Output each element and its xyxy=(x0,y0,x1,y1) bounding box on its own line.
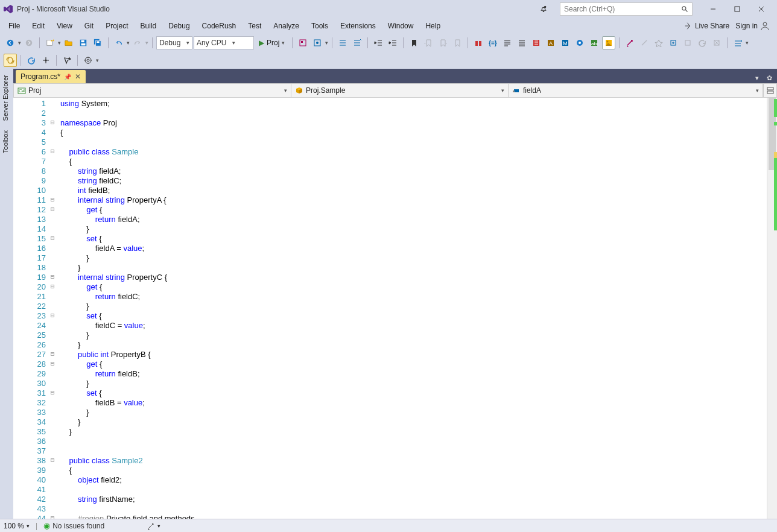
undo-button[interactable] xyxy=(112,36,125,49)
menu-help[interactable]: Help xyxy=(419,20,446,32)
cr-icon-13[interactable] xyxy=(652,36,665,49)
nav-member-label: fieldA xyxy=(523,86,541,95)
cr-icon-1[interactable] xyxy=(472,36,485,49)
menu-coderush[interactable]: CodeRush xyxy=(196,20,243,32)
side-tab-toolbox[interactable]: Toolbox xyxy=(0,127,11,157)
comment-out-button[interactable] xyxy=(336,36,349,49)
error-status[interactable]: ◉ No issues found xyxy=(43,521,104,530)
document-tab-well: Program.cs* 📌 ✕ ▾ ✿ xyxy=(13,69,777,83)
search-box[interactable] xyxy=(560,2,693,16)
tool-icon-1[interactable] xyxy=(296,36,309,49)
cr-icon-8[interactable] xyxy=(573,36,586,49)
cr-icon-4[interactable] xyxy=(515,36,528,49)
cr-icon-12[interactable] xyxy=(638,36,651,49)
cr-icon-10[interactable] xyxy=(602,36,615,49)
cr-icon-14[interactable] xyxy=(667,36,680,49)
fold-gutter[interactable]: ⊟⊟⊟⊟⊟⊟⊟⊟⊟⊟⊟⊟⊟ xyxy=(48,98,57,519)
svg-point-21 xyxy=(316,42,319,44)
uncomment-button[interactable] xyxy=(350,36,364,49)
cr-icon-18[interactable] xyxy=(731,36,744,49)
code-area[interactable]: using System; namespace Proj{ public cla… xyxy=(57,98,767,519)
cr-icon-17[interactable] xyxy=(710,36,723,49)
tab-settings-button[interactable]: ✿ xyxy=(764,72,775,83)
tool-bm3[interactable] xyxy=(451,36,464,49)
start-debug-button[interactable]: ▶ Proj ▾ xyxy=(255,36,288,49)
menu-extensions[interactable]: Extensions xyxy=(334,20,382,32)
close-tab-button[interactable]: ✕ xyxy=(75,72,81,81)
t2-icon-1[interactable] xyxy=(4,54,17,67)
menu-git[interactable]: Git xyxy=(78,20,100,32)
live-share-button[interactable]: Live Share xyxy=(684,22,729,30)
ok-icon: ◉ xyxy=(43,521,50,530)
tool-icon-2[interactable] xyxy=(311,36,324,49)
save-all-button[interactable] xyxy=(91,36,104,49)
pin-icon[interactable]: 📌 xyxy=(64,74,71,80)
split-editor-button[interactable] xyxy=(763,84,776,97)
menu-window[interactable]: Window xyxy=(382,20,420,32)
sign-in-button[interactable]: Sign in xyxy=(735,21,770,31)
solution-platform-dropdown[interactable]: Any CPU▾ xyxy=(194,36,254,49)
left-dock: Server ExplorerToolbox xyxy=(0,69,13,519)
secondary-toolbar: ✦ ▾ xyxy=(0,52,777,69)
cr-icon-6[interactable]: A xyxy=(544,36,557,49)
nav-back-button[interactable] xyxy=(4,36,17,49)
svg-text:{=}: {=} xyxy=(489,40,497,46)
code-editor[interactable]: 1234567891011121314151617181920212223242… xyxy=(13,98,777,519)
svg-rect-19 xyxy=(301,41,303,43)
nav-forward-button[interactable] xyxy=(22,36,36,49)
cr-icon-11[interactable] xyxy=(623,36,636,49)
search-input[interactable] xyxy=(564,5,681,13)
zoom-value: 100 % xyxy=(4,522,24,530)
increase-indent-button[interactable] xyxy=(386,36,399,49)
solution-config-dropdown[interactable]: Debug▾ xyxy=(156,36,192,49)
cr-icon-15[interactable] xyxy=(681,36,694,49)
menu-project[interactable]: Project xyxy=(100,20,134,32)
menu-test[interactable]: Test xyxy=(242,20,267,32)
nav-member-dropdown[interactable]: fieldA▾ xyxy=(509,84,763,97)
class-icon xyxy=(295,86,303,95)
t2-icon-4[interactable]: ✦ xyxy=(60,54,74,67)
menu-tools[interactable]: Tools xyxy=(305,20,334,32)
cr-icon-3[interactable] xyxy=(501,36,514,49)
menu-debug[interactable]: Debug xyxy=(162,20,195,32)
svg-rect-47 xyxy=(767,87,773,90)
zoom-control[interactable]: 100 % ▾ xyxy=(4,522,30,530)
menu-build[interactable]: Build xyxy=(135,20,163,32)
vertical-scrollbar[interactable] xyxy=(767,98,777,519)
close-button[interactable] xyxy=(749,2,773,16)
new-project-button[interactable]: ✦ xyxy=(43,36,57,49)
minimize-button[interactable] xyxy=(701,2,725,16)
redo-button[interactable] xyxy=(131,36,144,49)
menu-view[interactable]: View xyxy=(51,20,78,32)
maximize-button[interactable] xyxy=(725,2,749,16)
svg-rect-45 xyxy=(514,89,519,92)
t2-icon-2[interactable] xyxy=(25,54,38,67)
open-button[interactable] xyxy=(62,36,75,49)
cr-icon-5[interactable] xyxy=(530,36,543,49)
cr-icon-2[interactable]: {=} xyxy=(486,36,500,49)
status-tool[interactable]: ▾ xyxy=(147,522,160,530)
cr-icon-7[interactable]: M xyxy=(559,36,572,49)
nav-project-dropdown[interactable]: C# Proj▾ xyxy=(14,84,291,97)
bookmark-button[interactable] xyxy=(407,36,420,49)
side-tab-server-explorer[interactable]: Server Explorer xyxy=(0,71,11,124)
svg-point-39 xyxy=(45,60,47,62)
nav-class-dropdown[interactable]: Proj.Sample▾ xyxy=(291,84,509,97)
document-tab-program[interactable]: Program.cs* 📌 ✕ xyxy=(16,70,86,83)
menu-file[interactable]: File xyxy=(2,20,26,32)
status-bar: 100 % ▾ | ◉ No issues found ▾ xyxy=(0,519,777,532)
window-title: Proj - Microsoft Visual Studio xyxy=(17,5,110,13)
notification-icon[interactable] xyxy=(539,5,548,13)
decrease-indent-button[interactable] xyxy=(372,36,385,49)
svg-line-2 xyxy=(686,10,688,12)
save-button[interactable] xyxy=(77,36,90,49)
menu-analyze[interactable]: Analyze xyxy=(267,20,305,32)
tab-overflow-button[interactable]: ▾ xyxy=(752,72,763,83)
cr-icon-9[interactable]: abc xyxy=(588,36,601,49)
t2-icon-5[interactable] xyxy=(81,54,95,67)
t2-icon-3[interactable] xyxy=(39,54,52,67)
menu-edit[interactable]: Edit xyxy=(26,20,51,32)
tool-bm2[interactable] xyxy=(436,36,449,49)
tool-bm1[interactable] xyxy=(422,36,435,49)
cr-icon-16[interactable] xyxy=(696,36,709,49)
